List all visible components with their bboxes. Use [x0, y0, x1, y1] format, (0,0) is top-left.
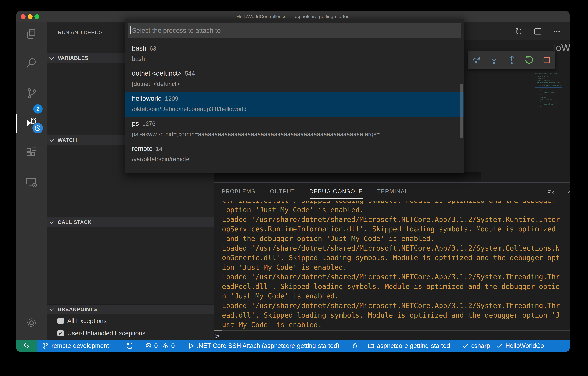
- language-status-item[interactable]: csharp | HelloWorldCo: [457, 340, 549, 352]
- ellipsis-icon[interactable]: [552, 26, 562, 36]
- explorer-icon[interactable]: [21, 24, 42, 44]
- checkbox[interactable]: [57, 318, 64, 324]
- section-label: WATCH: [58, 137, 77, 143]
- debug-config-label: .NET Core SSH Attach (aspnetcore-getting…: [197, 342, 339, 349]
- tab-debug-console[interactable]: DEBUG CONSOLE: [310, 188, 363, 195]
- check-icon: [462, 342, 469, 349]
- sidebar-title: RUN AND DEBUG: [58, 29, 103, 35]
- process-pid: 1276: [142, 120, 155, 127]
- separator: |: [492, 342, 494, 349]
- process-item-dotnet[interactable]: dotnet <defunct>544 [dotnet] <defunct>: [125, 67, 464, 92]
- vscode-window: HelloWorldController.cs — aspnetcore-get…: [17, 11, 569, 352]
- minimap-highlight-line: [535, 87, 562, 88]
- breakpoint-label: User-Unhandled Exceptions: [67, 330, 145, 337]
- chevron-down-icon: [50, 55, 54, 60]
- stop-icon[interactable]: [540, 53, 554, 67]
- folder-name: aspnetcore-getting-started: [377, 342, 450, 349]
- process-name: ps: [132, 120, 139, 127]
- warning-icon: [162, 342, 169, 349]
- process-pid: 544: [185, 70, 195, 77]
- settings-gear-icon[interactable]: [21, 312, 42, 333]
- process-item-bash[interactable]: bash63 bash: [125, 42, 464, 67]
- step-out-icon[interactable]: [504, 53, 519, 67]
- console-text: l.Primitives.dll'. Skipped loading symbo…: [222, 201, 569, 330]
- file-status-label: HelloWorldCo: [505, 342, 544, 349]
- process-description: /var/okteto/bin/remote: [132, 156, 189, 163]
- branch-status-item[interactable]: remote-development+: [38, 340, 117, 352]
- section-header-call-stack[interactable]: CALL STACK: [47, 217, 214, 227]
- process-pid: 1209: [165, 95, 178, 102]
- source-control-icon[interactable]: [21, 83, 42, 104]
- process-description: [dotnet] <defunct>: [132, 81, 180, 87]
- chevron-down-icon: [50, 138, 54, 142]
- console-prompt-chevron[interactable]: >: [215, 332, 220, 340]
- okteto-status-item[interactable]: [347, 340, 363, 352]
- chevron-down-icon: [50, 307, 54, 311]
- quick-pick-scrollbar[interactable]: [460, 84, 463, 138]
- breakpoint-row-user-unhandled[interactable]: User-Unhandled Exceptions: [47, 329, 214, 338]
- process-item-ps[interactable]: ps1276 ps -axww -o pid=,comm=aaaaaaaaaaa…: [125, 117, 464, 142]
- text-cursor: [130, 26, 131, 34]
- debug-toolbar: [468, 51, 556, 69]
- checkbox[interactable]: [57, 330, 64, 336]
- check-icon: [496, 342, 503, 349]
- activity-bar: 2: [17, 22, 47, 340]
- process-pid: 14: [156, 145, 163, 152]
- restart-icon[interactable]: [522, 53, 536, 67]
- quick-pick-input-box: [128, 23, 461, 38]
- process-pid: 63: [150, 45, 156, 52]
- step-over-icon[interactable]: [469, 53, 483, 67]
- debug-config-status-item[interactable]: .NET Core SSH Attach (aspnetcore-getting…: [183, 340, 344, 352]
- console-scrollbar[interactable]: [214, 330, 569, 331]
- breakpoint-label: All Exceptions: [67, 317, 107, 324]
- error-count: 0: [154, 342, 158, 349]
- desktop: HelloWorldController.cs — aspnetcore-get…: [0, 0, 588, 376]
- minimap-code: namespace helloworld.Controllers { [ApiC…: [535, 73, 561, 108]
- remote-indicator[interactable]: [17, 340, 37, 352]
- branch-icon: [42, 342, 49, 349]
- process-item-helloworld[interactable]: helloworld1209 /okteto/bin/Debug/netcore…: [125, 92, 464, 117]
- remote-explorer-icon[interactable]: [21, 172, 42, 193]
- folder-status-item[interactable]: aspnetcore-getting-started: [363, 340, 455, 352]
- quick-pick-dropdown: bash63 bash dotnet <defunct>544 [dotnet]…: [125, 19, 464, 173]
- clear-console-icon[interactable]: [546, 187, 555, 196]
- sync-icon: [126, 342, 133, 349]
- split-editor-icon[interactable]: [533, 26, 543, 36]
- tab-terminal[interactable]: TERMINAL: [377, 188, 408, 195]
- console-scrollbar-thumb[interactable]: [214, 330, 222, 331]
- editor-tab-label-fragment[interactable]: loWo: [554, 42, 569, 53]
- process-description: bash: [132, 55, 145, 62]
- quick-pick-input[interactable]: [128, 23, 466, 38]
- extensions-icon[interactable]: [21, 142, 42, 162]
- sync-status-item[interactable]: [122, 340, 138, 352]
- minimap[interactable]: namespace helloworld.Controllers { [ApiC…: [535, 73, 561, 108]
- process-description: ps -axww -o pid=,comm=aaaaaaaaaaaaaaaaaa…: [132, 131, 380, 138]
- process-name: bash: [132, 44, 146, 52]
- section-label: VARIABLES: [58, 55, 88, 61]
- error-icon: [145, 342, 152, 349]
- maximize-panel-icon[interactable]: [566, 187, 569, 196]
- process-description: /okteto/bin/Debug/netcoreapp3.0/hellowor…: [132, 106, 246, 113]
- section-label: CALL STACK: [58, 219, 92, 225]
- open-changes-icon[interactable]: [514, 26, 524, 36]
- tab-output[interactable]: OUTPUT: [270, 188, 295, 195]
- process-name: dotnet <defunct>: [132, 70, 181, 77]
- process-item-remote[interactable]: remote14 /var/okteto/bin/remote: [125, 142, 464, 167]
- problems-status-item[interactable]: 0 0: [140, 340, 179, 352]
- debug-console-output: l.Primitives.dll'. Skipped loading symbo…: [214, 201, 569, 330]
- step-into-icon[interactable]: [487, 53, 501, 67]
- status-bar: remote-development+ 0 0 .NET Core SSH At…: [17, 340, 569, 352]
- language-label: csharp: [471, 342, 490, 349]
- process-name: helloworld: [132, 95, 162, 102]
- active-view-indicator: [17, 114, 18, 133]
- section-header-breakpoints[interactable]: BREAKPOINTS: [47, 304, 214, 314]
- section-label: BREAKPOINTS: [58, 306, 97, 312]
- breakpoint-row-all-exceptions[interactable]: All Exceptions: [47, 316, 214, 325]
- process-name: remote: [132, 145, 153, 152]
- tab-problems[interactable]: PROBLEMS: [221, 188, 255, 195]
- bottom-panel: PROBLEMS OUTPUT DEBUG CONSOLE TERMINAL l…: [214, 183, 569, 340]
- chevron-down-icon: [50, 220, 54, 224]
- panel-tab-bar: PROBLEMS OUTPUT DEBUG CONSOLE TERMINAL: [221, 183, 408, 200]
- warning-count: 0: [171, 342, 175, 349]
- search-icon[interactable]: [21, 53, 42, 74]
